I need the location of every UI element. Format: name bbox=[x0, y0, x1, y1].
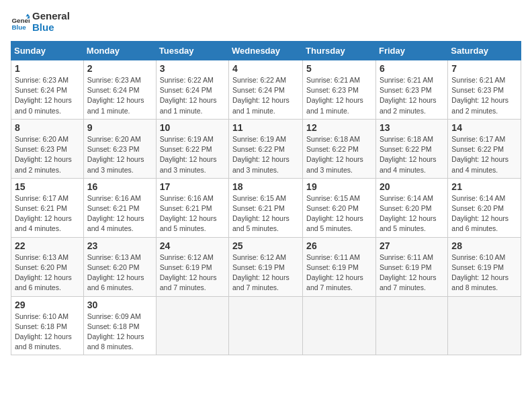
calendar-cell: 3Sunrise: 6:22 AM Sunset: 6:24 PM Daylig… bbox=[156, 60, 228, 120]
day-info: Sunrise: 6:13 AM Sunset: 6:20 PM Dayligh… bbox=[87, 253, 152, 293]
calendar-cell: 14Sunrise: 6:17 AM Sunset: 6:22 PM Dayli… bbox=[448, 119, 521, 178]
day-number: 21 bbox=[451, 181, 517, 192]
day-info: Sunrise: 6:10 AM Sunset: 6:19 PM Dayligh… bbox=[451, 253, 517, 293]
day-number: 25 bbox=[232, 240, 299, 251]
logo: General Blue General Blue bbox=[11, 11, 70, 33]
calendar-cell: 8Sunrise: 6:20 AM Sunset: 6:23 PM Daylig… bbox=[11, 119, 84, 178]
calendar-cell: 16Sunrise: 6:16 AM Sunset: 6:21 PM Dayli… bbox=[83, 178, 156, 237]
day-number: 1 bbox=[15, 63, 80, 74]
day-number: 23 bbox=[87, 240, 152, 251]
day-header-saturday: Saturday bbox=[448, 42, 521, 60]
calendar-header-row: SundayMondayTuesdayWednesdayThursdayFrid… bbox=[11, 42, 521, 60]
day-info: Sunrise: 6:20 AM Sunset: 6:23 PM Dayligh… bbox=[15, 134, 80, 175]
day-info: Sunrise: 6:19 AM Sunset: 6:22 PM Dayligh… bbox=[232, 134, 299, 175]
day-number: 6 bbox=[380, 63, 444, 74]
calendar-cell: 18Sunrise: 6:15 AM Sunset: 6:21 PM Dayli… bbox=[229, 178, 303, 237]
day-info: Sunrise: 6:15 AM Sunset: 6:20 PM Dayligh… bbox=[306, 193, 372, 234]
day-info: Sunrise: 6:22 AM Sunset: 6:24 PM Dayligh… bbox=[232, 75, 299, 116]
calendar-cell: 13Sunrise: 6:18 AM Sunset: 6:22 PM Dayli… bbox=[375, 119, 447, 178]
day-info: Sunrise: 6:17 AM Sunset: 6:22 PM Dayligh… bbox=[451, 134, 517, 175]
calendar-cell bbox=[303, 296, 376, 355]
calendar-cell: 22Sunrise: 6:13 AM Sunset: 6:20 PM Dayli… bbox=[11, 237, 84, 296]
day-info: Sunrise: 6:11 AM Sunset: 6:19 PM Dayligh… bbox=[306, 253, 372, 293]
calendar-cell: 30Sunrise: 6:09 AM Sunset: 6:18 PM Dayli… bbox=[83, 296, 156, 355]
day-number: 5 bbox=[306, 63, 372, 74]
calendar-cell: 19Sunrise: 6:15 AM Sunset: 6:20 PM Dayli… bbox=[303, 178, 376, 237]
day-number: 22 bbox=[15, 240, 80, 251]
day-number: 28 bbox=[451, 240, 517, 251]
day-number: 3 bbox=[160, 63, 225, 74]
calendar-week-5: 29Sunrise: 6:10 AM Sunset: 6:18 PM Dayli… bbox=[11, 296, 521, 355]
calendar-cell: 12Sunrise: 6:18 AM Sunset: 6:22 PM Dayli… bbox=[303, 119, 376, 178]
day-number: 9 bbox=[87, 122, 152, 133]
day-number: 20 bbox=[380, 181, 444, 192]
day-info: Sunrise: 6:18 AM Sunset: 6:22 PM Dayligh… bbox=[380, 134, 444, 175]
page-header: General Blue General Blue bbox=[11, 11, 521, 33]
calendar-cell: 2Sunrise: 6:23 AM Sunset: 6:24 PM Daylig… bbox=[83, 60, 156, 120]
calendar-cell: 11Sunrise: 6:19 AM Sunset: 6:22 PM Dayli… bbox=[229, 119, 303, 178]
day-info: Sunrise: 6:21 AM Sunset: 6:23 PM Dayligh… bbox=[451, 75, 517, 116]
day-info: Sunrise: 6:20 AM Sunset: 6:23 PM Dayligh… bbox=[87, 134, 152, 175]
calendar-body: 1Sunrise: 6:23 AM Sunset: 6:24 PM Daylig… bbox=[11, 60, 521, 355]
calendar-cell bbox=[229, 296, 303, 355]
day-header-friday: Friday bbox=[375, 42, 447, 60]
day-number: 29 bbox=[15, 300, 80, 310]
calendar-cell: 29Sunrise: 6:10 AM Sunset: 6:18 PM Dayli… bbox=[11, 296, 84, 355]
calendar-cell: 4Sunrise: 6:22 AM Sunset: 6:24 PM Daylig… bbox=[229, 60, 303, 120]
day-info: Sunrise: 6:13 AM Sunset: 6:20 PM Dayligh… bbox=[15, 253, 80, 293]
calendar-week-1: 1Sunrise: 6:23 AM Sunset: 6:24 PM Daylig… bbox=[11, 60, 521, 120]
day-number: 15 bbox=[15, 181, 80, 192]
day-info: Sunrise: 6:19 AM Sunset: 6:22 PM Dayligh… bbox=[160, 134, 225, 175]
day-info: Sunrise: 6:12 AM Sunset: 6:19 PM Dayligh… bbox=[160, 253, 225, 293]
day-header-sunday: Sunday bbox=[11, 42, 84, 60]
day-header-wednesday: Wednesday bbox=[229, 42, 303, 60]
day-info: Sunrise: 6:21 AM Sunset: 6:23 PM Dayligh… bbox=[380, 75, 444, 116]
day-number: 13 bbox=[380, 122, 444, 133]
calendar-cell: 27Sunrise: 6:11 AM Sunset: 6:19 PM Dayli… bbox=[375, 237, 447, 296]
day-number: 17 bbox=[160, 181, 225, 192]
day-header-tuesday: Tuesday bbox=[156, 42, 228, 60]
calendar-week-3: 15Sunrise: 6:17 AM Sunset: 6:21 PM Dayli… bbox=[11, 178, 521, 237]
day-number: 14 bbox=[451, 122, 517, 133]
calendar-cell bbox=[375, 296, 447, 355]
day-number: 12 bbox=[306, 122, 372, 133]
calendar-cell: 28Sunrise: 6:10 AM Sunset: 6:19 PM Dayli… bbox=[448, 237, 521, 296]
calendar-cell: 15Sunrise: 6:17 AM Sunset: 6:21 PM Dayli… bbox=[11, 178, 84, 237]
day-number: 10 bbox=[160, 122, 225, 133]
calendar-cell: 25Sunrise: 6:12 AM Sunset: 6:19 PM Dayli… bbox=[229, 237, 303, 296]
calendar-cell bbox=[448, 296, 521, 355]
day-info: Sunrise: 6:16 AM Sunset: 6:21 PM Dayligh… bbox=[87, 193, 152, 234]
day-info: Sunrise: 6:15 AM Sunset: 6:21 PM Dayligh… bbox=[232, 193, 299, 234]
day-info: Sunrise: 6:12 AM Sunset: 6:19 PM Dayligh… bbox=[232, 253, 299, 293]
day-number: 11 bbox=[232, 122, 299, 133]
calendar-cell: 20Sunrise: 6:14 AM Sunset: 6:20 PM Dayli… bbox=[375, 178, 447, 237]
day-number: 8 bbox=[15, 122, 80, 133]
day-info: Sunrise: 6:17 AM Sunset: 6:21 PM Dayligh… bbox=[15, 193, 80, 234]
day-info: Sunrise: 6:23 AM Sunset: 6:24 PM Dayligh… bbox=[15, 75, 80, 116]
calendar-cell: 17Sunrise: 6:16 AM Sunset: 6:21 PM Dayli… bbox=[156, 178, 228, 237]
day-number: 27 bbox=[380, 240, 444, 251]
calendar-cell: 5Sunrise: 6:21 AM Sunset: 6:23 PM Daylig… bbox=[303, 60, 376, 120]
calendar-cell bbox=[156, 296, 228, 355]
day-number: 24 bbox=[160, 240, 225, 251]
calendar-week-2: 8Sunrise: 6:20 AM Sunset: 6:23 PM Daylig… bbox=[11, 119, 521, 178]
calendar-cell: 6Sunrise: 6:21 AM Sunset: 6:23 PM Daylig… bbox=[375, 60, 447, 120]
day-info: Sunrise: 6:22 AM Sunset: 6:24 PM Dayligh… bbox=[160, 75, 225, 116]
calendar-cell: 24Sunrise: 6:12 AM Sunset: 6:19 PM Dayli… bbox=[156, 237, 228, 296]
day-header-monday: Monday bbox=[83, 42, 156, 60]
svg-text:Blue: Blue bbox=[11, 24, 26, 31]
day-number: 18 bbox=[232, 181, 299, 192]
day-info: Sunrise: 6:21 AM Sunset: 6:23 PM Dayligh… bbox=[306, 75, 372, 116]
calendar-cell: 21Sunrise: 6:14 AM Sunset: 6:20 PM Dayli… bbox=[448, 178, 521, 237]
calendar-cell: 23Sunrise: 6:13 AM Sunset: 6:20 PM Dayli… bbox=[83, 237, 156, 296]
day-info: Sunrise: 6:23 AM Sunset: 6:24 PM Dayligh… bbox=[87, 75, 152, 116]
calendar-cell: 7Sunrise: 6:21 AM Sunset: 6:23 PM Daylig… bbox=[448, 60, 521, 120]
day-header-thursday: Thursday bbox=[303, 42, 376, 60]
day-info: Sunrise: 6:18 AM Sunset: 6:22 PM Dayligh… bbox=[306, 134, 372, 175]
day-info: Sunrise: 6:14 AM Sunset: 6:20 PM Dayligh… bbox=[380, 193, 444, 234]
day-number: 26 bbox=[306, 240, 372, 251]
day-info: Sunrise: 6:14 AM Sunset: 6:20 PM Dayligh… bbox=[451, 193, 517, 234]
day-info: Sunrise: 6:16 AM Sunset: 6:21 PM Dayligh… bbox=[160, 193, 225, 234]
day-number: 2 bbox=[87, 63, 152, 74]
calendar-cell: 9Sunrise: 6:20 AM Sunset: 6:23 PM Daylig… bbox=[83, 119, 156, 178]
